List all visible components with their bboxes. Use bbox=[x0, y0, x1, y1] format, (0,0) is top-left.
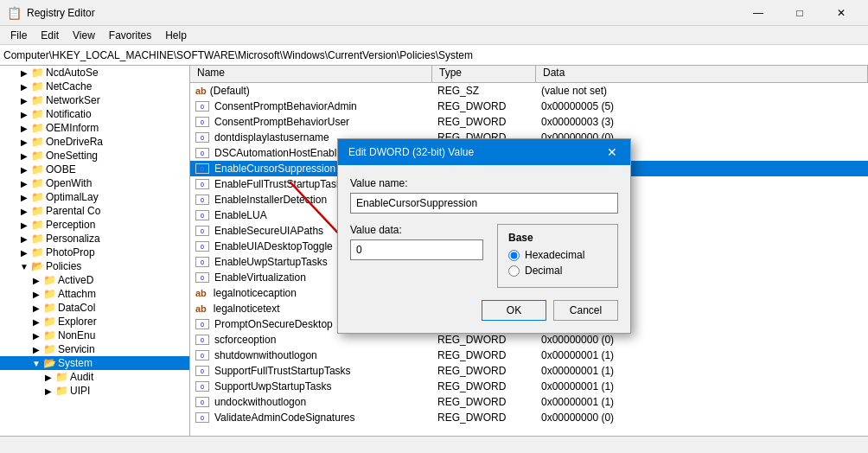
base-group-title: Base bbox=[508, 232, 607, 244]
dialog-data-row: Value data: Base Hexadecimal Decimal bbox=[350, 224, 618, 288]
value-data-label: Value data: bbox=[350, 224, 483, 236]
dialog-buttons: OK Cancel bbox=[350, 300, 618, 321]
value-name-label: Value name: bbox=[350, 177, 618, 189]
dec-label: Decimal bbox=[525, 265, 562, 277]
dec-radio-row[interactable]: Decimal bbox=[508, 265, 607, 277]
dialog-close-button[interactable]: ✕ bbox=[601, 141, 623, 163]
hex-radio-row[interactable]: Hexadecimal bbox=[508, 249, 607, 261]
edit-dword-dialog: Edit DWORD (32-bit) Value ✕ Value name: … bbox=[337, 138, 631, 334]
decimal-radio[interactable] bbox=[508, 265, 520, 277]
dialog-title: Edit DWORD (32-bit) Value bbox=[348, 146, 474, 158]
dialog-overlay: Edit DWORD (32-bit) Value ✕ Value name: … bbox=[0, 0, 868, 453]
value-data-input[interactable] bbox=[350, 239, 483, 260]
value-name-input[interactable] bbox=[350, 193, 618, 214]
base-group: Base Hexadecimal Decimal bbox=[497, 224, 618, 288]
dialog-titlebar: Edit DWORD (32-bit) Value ✕ bbox=[338, 139, 630, 165]
cancel-button[interactable]: Cancel bbox=[553, 300, 618, 321]
dialog-data-col: Value data: bbox=[350, 224, 483, 288]
ok-button[interactable]: OK bbox=[482, 300, 546, 321]
hexadecimal-radio[interactable] bbox=[508, 250, 520, 261]
dialog-base-col: Base Hexadecimal Decimal bbox=[497, 224, 618, 288]
dialog-body: Value name: Value data: Base Hexadecimal bbox=[338, 165, 630, 333]
hex-label: Hexadecimal bbox=[525, 249, 584, 261]
